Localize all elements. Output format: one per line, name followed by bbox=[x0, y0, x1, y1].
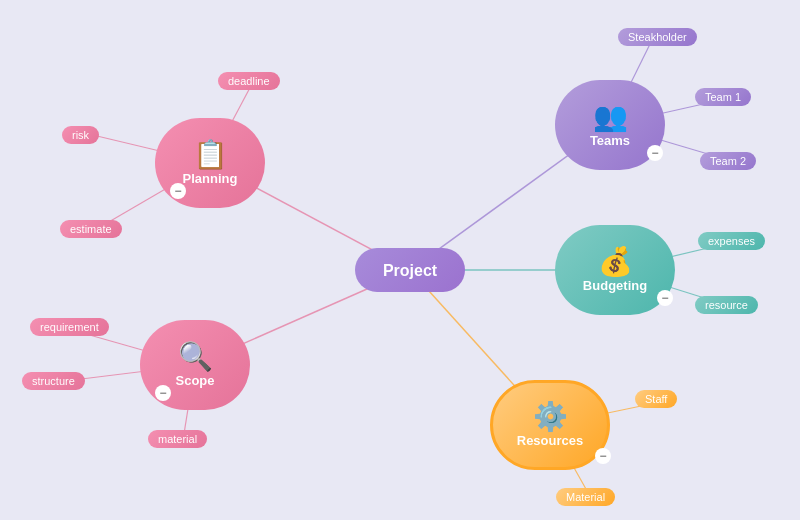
node-teams[interactable]: 👥 Teams − bbox=[555, 80, 665, 170]
mindmap-container: Project 📋 Planning − 👥 Teams − 💰 Budgeti… bbox=[0, 0, 800, 520]
leaf-staff[interactable]: Staff bbox=[635, 390, 677, 408]
leaf-stakeholder[interactable]: Steakholder bbox=[618, 28, 697, 46]
scope-icon: 🔍 bbox=[178, 343, 213, 371]
resources-collapse-button[interactable]: − bbox=[595, 448, 611, 464]
leaf-material-res[interactable]: Material bbox=[556, 488, 615, 506]
resources-label: Resources bbox=[517, 433, 583, 448]
leaf-structure[interactable]: structure bbox=[22, 372, 85, 390]
budgeting-collapse-button[interactable]: − bbox=[657, 290, 673, 306]
budgeting-icon: 💰 bbox=[598, 248, 633, 276]
leaf-risk[interactable]: risk bbox=[62, 126, 99, 144]
teams-label: Teams bbox=[590, 133, 630, 148]
scope-collapse-button[interactable]: − bbox=[155, 385, 171, 401]
center-label: Project bbox=[383, 262, 437, 280]
leaf-expenses[interactable]: expenses bbox=[698, 232, 765, 250]
budgeting-label: Budgeting bbox=[583, 278, 647, 293]
teams-collapse-button[interactable]: − bbox=[647, 145, 663, 161]
planning-label: Planning bbox=[183, 171, 238, 186]
node-resources[interactable]: ⚙️ Resources − bbox=[490, 380, 610, 470]
node-planning[interactable]: 📋 Planning − bbox=[155, 118, 265, 208]
resources-icon: ⚙️ bbox=[533, 403, 568, 431]
node-scope[interactable]: 🔍 Scope − bbox=[140, 320, 250, 410]
center-node[interactable]: Project bbox=[355, 248, 465, 292]
leaf-material-scope[interactable]: material bbox=[148, 430, 207, 448]
leaf-deadline[interactable]: deadline bbox=[218, 72, 280, 90]
planning-icon: 📋 bbox=[193, 141, 228, 169]
node-budgeting[interactable]: 💰 Budgeting − bbox=[555, 225, 675, 315]
teams-icon: 👥 bbox=[593, 103, 628, 131]
leaf-team1[interactable]: Team 1 bbox=[695, 88, 751, 106]
planning-collapse-button[interactable]: − bbox=[170, 183, 186, 199]
leaf-resource[interactable]: resource bbox=[695, 296, 758, 314]
leaf-requirement[interactable]: requirement bbox=[30, 318, 109, 336]
leaf-estimate[interactable]: estimate bbox=[60, 220, 122, 238]
leaf-team2[interactable]: Team 2 bbox=[700, 152, 756, 170]
scope-label: Scope bbox=[175, 373, 214, 388]
